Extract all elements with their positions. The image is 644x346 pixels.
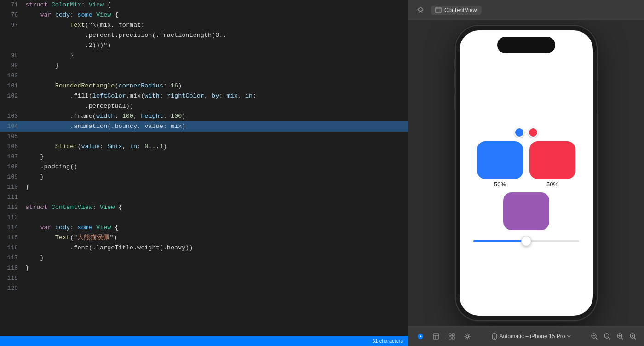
line-number: 104 xyxy=(0,121,25,132)
line-number: 106 xyxy=(0,142,25,152)
zoom-fit-button[interactable] xyxy=(602,331,613,342)
preview-canvas: 50% 50% xyxy=(408,20,644,326)
code-line-112[interactable]: 112struct ContentView: View { xyxy=(0,202,408,213)
zoom-out-button[interactable] xyxy=(589,331,600,342)
screen-content: 50% 50% xyxy=(460,53,593,316)
volume-up-button xyxy=(454,72,456,88)
code-line-109[interactable]: 109 } xyxy=(0,172,408,182)
play-button[interactable] xyxy=(414,330,427,343)
line-content: var body: some View { xyxy=(25,10,408,20)
preview-panel: ContentView xyxy=(408,0,644,346)
slider-fill xyxy=(473,240,526,242)
code-line-105[interactable]: 105 xyxy=(0,132,408,142)
slider-thumb[interactable] xyxy=(521,236,531,246)
svg-rect-4 xyxy=(433,334,439,339)
right-color-box xyxy=(529,141,575,179)
line-number: 117 xyxy=(0,253,25,263)
line-number: 101 xyxy=(0,81,25,91)
line-number: 114 xyxy=(0,223,25,233)
right-color-circle xyxy=(528,127,538,138)
code-line-extra-10[interactable]: .perceptual)) xyxy=(0,101,408,111)
volume-down-button xyxy=(454,94,456,110)
code-line-76[interactable]: 76 var body: some View { xyxy=(0,10,408,20)
zoom-reset-icon xyxy=(629,333,637,340)
line-number: 107 xyxy=(0,152,25,162)
editor-status-bar: 31 characters xyxy=(0,336,408,346)
line-content: } xyxy=(25,182,408,192)
code-line-extra-4[interactable]: .2)))") xyxy=(0,40,408,51)
slider-container[interactable] xyxy=(473,240,579,242)
play-icon xyxy=(417,333,424,340)
code-line-120[interactable]: 120 xyxy=(0,283,408,294)
zoom-in-button[interactable] xyxy=(615,331,626,342)
line-content: .percent.precision(.fractionLength(0.. xyxy=(25,30,408,40)
device-selector[interactable]: Automatic – iPhone 15 Pro xyxy=(488,332,575,341)
zoom-reset-button[interactable] xyxy=(627,331,638,342)
line-number: 119 xyxy=(0,273,25,283)
mixed-color-box xyxy=(503,192,549,230)
svg-line-17 xyxy=(596,338,597,339)
code-line-103[interactable]: 103 .frame(width: 100, height: 100) xyxy=(0,111,408,121)
code-line-102[interactable]: 102 .fill(leftColor.mix(with: rightColor… xyxy=(0,91,408,101)
zoom-out-icon xyxy=(591,333,598,340)
svg-point-11 xyxy=(466,335,469,337)
line-number: 110 xyxy=(0,182,25,192)
content-view-label: ContentView xyxy=(444,7,477,13)
line-number: 76 xyxy=(0,10,25,20)
iphone-small-icon xyxy=(491,333,498,340)
svg-line-19 xyxy=(609,338,610,339)
iphone-frame: 50% 50% xyxy=(456,26,597,320)
line-number: 103 xyxy=(0,111,25,121)
code-line-106[interactable]: 106 Slider(value: $mix, in: 0...1) xyxy=(0,142,408,152)
code-line-114[interactable]: 114 var body: some View { xyxy=(0,223,408,233)
line-content: .2)))") xyxy=(25,40,408,51)
side-button xyxy=(597,81,598,113)
line-content: .frame(width: 100, height: 100) xyxy=(25,111,408,121)
code-line-101[interactable]: 101 RoundedRectangle(cornerRadius: 16) xyxy=(0,81,408,91)
left-color-label: 50% xyxy=(494,181,506,188)
code-line-97[interactable]: 97 Text("\(mix, format: xyxy=(0,20,408,30)
code-line-119[interactable]: 119 xyxy=(0,273,408,283)
code-line-107[interactable]: 107 } xyxy=(0,152,408,162)
right-color-wrap: 50% xyxy=(529,141,575,188)
code-line-99[interactable]: 99 } xyxy=(0,61,408,71)
code-area[interactable]: 71struct ColorMix: View {76 var body: so… xyxy=(0,0,408,336)
svg-rect-7 xyxy=(449,334,451,336)
code-line-extra-3[interactable]: .percent.precision(.fractionLength(0.. xyxy=(0,30,408,40)
code-line-110[interactable]: 110} xyxy=(0,182,408,192)
line-number: 118 xyxy=(0,263,25,273)
window-icon xyxy=(435,7,442,13)
line-content: Slider(value: $mix, in: 0...1) xyxy=(25,142,408,152)
line-number: 97 xyxy=(0,20,25,30)
grid-button[interactable] xyxy=(445,330,458,343)
editor-panel: 71struct ColorMix: View {76 var body: so… xyxy=(0,0,408,346)
code-line-100[interactable]: 100 xyxy=(0,71,408,81)
left-color-circle xyxy=(514,127,524,138)
line-content: Text("\(mix, format: xyxy=(25,20,408,30)
code-line-116[interactable]: 116 .font(.largeTitle.weight(.heavy)) xyxy=(0,243,408,253)
code-line-98[interactable]: 98 } xyxy=(0,51,408,61)
code-line-108[interactable]: 108 .padding() xyxy=(0,162,408,172)
inspect-button[interactable] xyxy=(430,330,443,343)
content-view-badge[interactable]: ContentView xyxy=(431,6,482,15)
line-number: 109 xyxy=(0,172,25,182)
line-content: var body: some View { xyxy=(25,223,408,233)
code-line-111[interactable]: 111 xyxy=(0,192,408,202)
code-line-118[interactable]: 118} xyxy=(0,263,408,273)
line-content: } xyxy=(25,172,408,182)
pin-icon[interactable] xyxy=(414,4,427,17)
settings-button[interactable] xyxy=(461,330,474,343)
line-number: 105 xyxy=(0,132,25,142)
code-line-115[interactable]: 115 Text("大熊猫侯佩") xyxy=(0,233,408,243)
inspect-icon xyxy=(433,333,439,340)
line-content: } xyxy=(25,51,408,61)
grid-icon xyxy=(448,333,455,340)
line-number: 99 xyxy=(0,61,25,71)
zoom-in-icon xyxy=(616,333,624,340)
code-line-117[interactable]: 117 } xyxy=(0,253,408,263)
code-line-71[interactable]: 71struct ColorMix: View { xyxy=(0,0,408,10)
line-number: 111 xyxy=(0,192,25,202)
code-line-113[interactable]: 113 xyxy=(0,213,408,223)
code-line-104[interactable]: 104 .animation(.bouncy, value: mix) xyxy=(0,121,408,132)
line-content: struct ContentView: View { xyxy=(25,202,408,213)
